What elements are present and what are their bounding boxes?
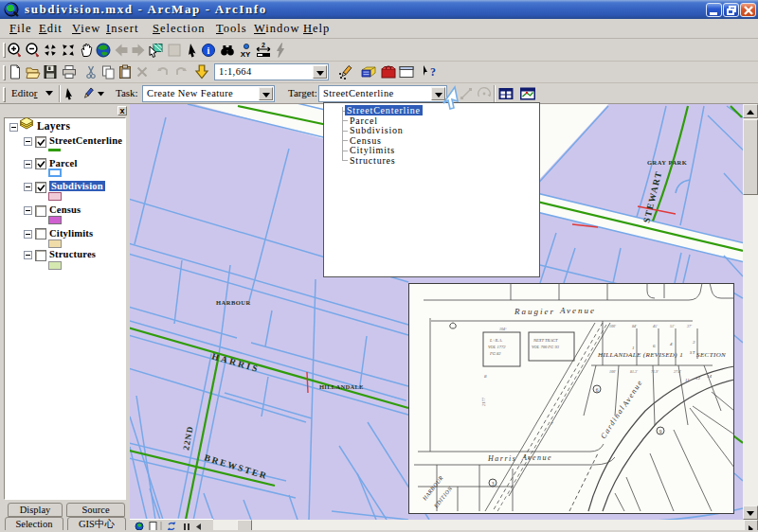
svg-text:3: 3 xyxy=(492,481,495,487)
svg-text:6: 6 xyxy=(596,387,599,393)
svg-text:NEXT TRACT: NEXT TRACT xyxy=(532,338,558,343)
svg-text:i: i xyxy=(208,45,210,56)
svg-text:27.4': 27.4' xyxy=(674,369,681,374)
svg-text:VOL 700 PG 93: VOL 700 PG 93 xyxy=(532,345,560,349)
svg-text:L+R.A.: L+R.A. xyxy=(489,338,502,343)
svg-text:HILLANDALE (REVISED) 1: HILLANDALE (REVISED) 1 xyxy=(597,351,683,359)
svg-text:Harris: Harris xyxy=(487,454,516,463)
svg-text:84': 84' xyxy=(632,324,637,328)
svg-text:SECTION: SECTION xyxy=(696,351,726,359)
svg-text:9: 9 xyxy=(659,429,662,434)
svg-text:PG 82: PG 82 xyxy=(489,351,501,356)
svg-text:Raugier: Raugier xyxy=(514,307,555,316)
svg-text:71.9': 71.9' xyxy=(651,369,659,374)
svg-text:14: 14 xyxy=(707,374,713,379)
svg-text:100': 100' xyxy=(609,369,616,374)
svg-text:12: 12 xyxy=(695,376,701,381)
svg-text:XY: XY xyxy=(241,50,251,59)
svg-text:HARBOUR: HARBOUR xyxy=(216,299,251,306)
svg-text:81.3': 81.3' xyxy=(630,369,638,374)
svg-text:ST: ST xyxy=(690,350,695,355)
svg-text:45': 45' xyxy=(653,324,658,328)
svg-text:2177: 2177 xyxy=(481,397,486,406)
svg-text:Avenue: Avenue xyxy=(559,306,596,315)
svg-text:37': 37' xyxy=(687,324,692,328)
svg-text:GRAY PARK: GRAY PARK xyxy=(647,159,687,166)
svg-text:VOL 1772: VOL 1772 xyxy=(488,345,506,349)
svg-text:?: ? xyxy=(430,65,436,79)
svg-text:104°: 104° xyxy=(499,327,507,331)
svg-text:11: 11 xyxy=(685,378,690,382)
svg-text:HILLANDALE: HILLANDALE xyxy=(319,383,364,390)
svg-text:100': 100' xyxy=(609,324,616,328)
svg-text:Avenue: Avenue xyxy=(521,453,552,462)
svg-text:2: 2 xyxy=(262,42,265,48)
svg-text:51': 51' xyxy=(670,324,675,328)
svg-text:1: 1 xyxy=(632,346,635,350)
